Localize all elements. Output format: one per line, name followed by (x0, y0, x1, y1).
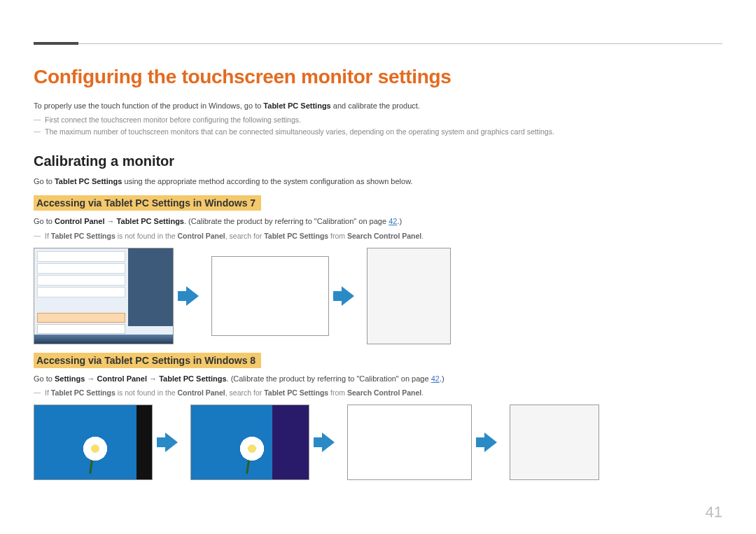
t: . (Calibrate the product by referring to… (227, 374, 431, 383)
win7-note: If Tablet PC Settings is not found in th… (34, 230, 722, 242)
t: Tablet PC Settings (51, 232, 115, 240)
top-notes: First connect the touchscreen monitor be… (34, 114, 722, 138)
win8-screenshot-row (34, 405, 722, 480)
screenshot-tablet-pc-settings-dialog-win8 (510, 405, 599, 480)
screenshot-start-menu (34, 248, 174, 344)
intro-post: and calibrate the product. (331, 101, 420, 110)
t: from (328, 232, 347, 240)
win7-heading: Accessing via Tablet PC Settings in Wind… (34, 195, 261, 211)
screenshot-desktop-charms (34, 405, 153, 480)
arrow-right-icon (342, 286, 354, 306)
t: , search for (225, 388, 264, 397)
section-marker (34, 42, 78, 45)
horizontal-rule (34, 43, 722, 44)
t: → (147, 374, 159, 383)
t: Control Panel (97, 374, 148, 383)
win8-heading: Accessing via Tablet PC Settings in Wind… (34, 353, 261, 368)
t: .) (397, 217, 402, 225)
win7-instruction: Go to Control Panel → Tablet PC Settings… (34, 216, 722, 227)
arrow-right-icon (484, 433, 497, 452)
t: Tablet PC Settings (51, 388, 115, 397)
page-link[interactable]: 42 (388, 217, 397, 225)
intro-text: To properly use the touch function of th… (34, 101, 263, 110)
section-heading: Calibrating a monitor (34, 153, 722, 169)
page-link[interactable]: 42 (431, 374, 440, 383)
win8-instruction: Go to Settings → Control Panel → Tablet … (34, 374, 722, 384)
intro-bold: Tablet PC Settings (263, 101, 330, 110)
t: Search Control Panel (347, 388, 421, 397)
arrow-right-icon (186, 286, 199, 306)
t: If (45, 388, 51, 397)
screenshot-settings-panel (190, 405, 309, 480)
win8-note: If Tablet PC Settings is not found in th… (34, 387, 722, 399)
t: . (421, 388, 424, 397)
t: . (Calibrate the product by referring to… (184, 217, 388, 225)
intro-paragraph: To properly use the touch function of th… (34, 101, 722, 111)
t: from (328, 388, 347, 397)
t: , search for (225, 232, 264, 240)
screenshot-control-panel-win8 (347, 405, 472, 480)
t: Tablet PC Settings (264, 388, 328, 397)
arrow-right-icon (165, 433, 178, 452)
t: Search Control Panel (347, 232, 421, 240)
screenshot-tablet-pc-settings-dialog (367, 248, 451, 344)
t: Control Panel (177, 388, 225, 397)
note-item: If Tablet PC Settings is not found in th… (34, 230, 722, 242)
t: Control Panel (177, 232, 225, 240)
note-item: The maximum number of touchscreen monito… (34, 126, 722, 138)
text-bold: Tablet PC Settings (55, 177, 122, 185)
t: . (421, 232, 424, 240)
t: → (104, 217, 116, 225)
t: is not found in the (115, 232, 178, 240)
text: Go to (34, 177, 55, 185)
note-item: First connect the touchscreen monitor be… (34, 114, 722, 126)
t: is not found in the (115, 388, 178, 397)
arrow-right-icon (322, 433, 335, 452)
t: Control Panel (55, 217, 105, 225)
t: If (45, 232, 51, 240)
t: → (85, 374, 97, 383)
page-title: Configuring the touchscreen monitor sett… (34, 66, 722, 88)
t: Go to (34, 217, 55, 225)
t: Tablet PC Settings (264, 232, 328, 240)
t: Settings (55, 374, 85, 383)
page-number: 41 (706, 503, 722, 521)
t: .) (440, 374, 444, 383)
t: Go to (34, 374, 55, 383)
note-item: If Tablet PC Settings is not found in th… (34, 387, 722, 399)
text: using the appropriate method according t… (122, 177, 412, 185)
t: Tablet PC Settings (117, 217, 184, 225)
screenshot-control-panel (211, 256, 329, 336)
t: Tablet PC Settings (159, 374, 226, 383)
win7-screenshot-row (34, 248, 722, 344)
section-intro: Go to Tablet PC Settings using the appro… (34, 176, 722, 187)
